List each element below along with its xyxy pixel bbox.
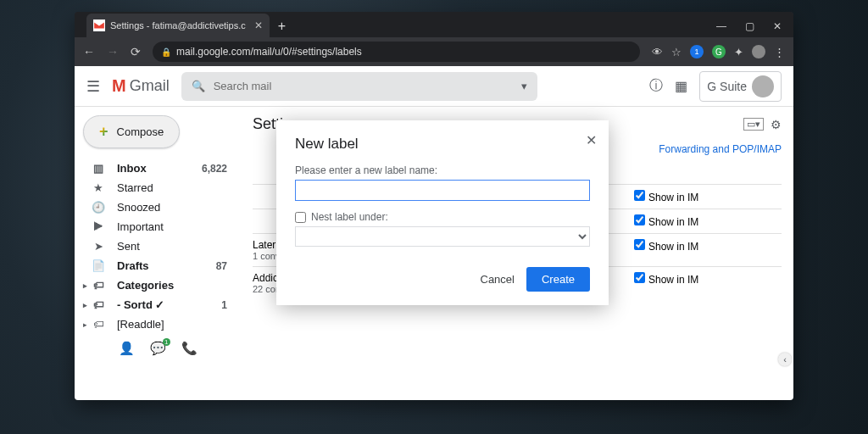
show-in-im-label: Show in IM (648, 274, 698, 286)
tag-icon: 🏷 (92, 318, 105, 331)
nest-label: Nest label under: (311, 211, 388, 223)
minimize-icon[interactable]: ― (716, 20, 726, 32)
new-label-dialog: ✕ New label Please enter a new label nam… (276, 120, 609, 305)
address-bar: ← → ⟳ 🔒 mail.google.com/mail/u/0/#settin… (75, 37, 793, 66)
cancel-button[interactable]: Cancel (481, 273, 515, 286)
gear-icon[interactable]: ⚙ (771, 118, 782, 131)
extension-badge-g[interactable]: G (712, 45, 726, 58)
forward-icon[interactable]: → (107, 45, 119, 58)
sidebar-item-count: 6,822 (202, 163, 227, 175)
browser-tab[interactable]: Settings - fatima@addictivetips.c ✕ (86, 14, 270, 37)
gsuite-label: G Suite (707, 80, 747, 93)
sent-icon: ➤ (92, 240, 105, 253)
sidebar-item-snoozed[interactable]: 🕘Snoozed (80, 198, 236, 217)
search-icon: 🔍 (192, 80, 205, 92)
dialog-close-icon[interactable]: ✕ (586, 132, 597, 148)
sidebar-item--sortd-[interactable]: ▸🏷- Sortd ✓1 (80, 295, 236, 314)
contacts-icon[interactable]: 👤 (119, 341, 135, 356)
kebab-icon[interactable]: ⋮ (774, 46, 785, 58)
show-in-im-checkbox[interactable] (634, 239, 645, 250)
tag-icon: 🏷 (92, 279, 105, 292)
show-in-im-label: Show in IM (648, 241, 698, 253)
search-input[interactable] (214, 80, 513, 92)
product-name: Gmail (130, 77, 170, 95)
sidebar-item--readdle-[interactable]: ▸🏷[Readdle] (80, 314, 236, 334)
drafts-icon: 📄 (92, 259, 105, 272)
titlebar: Settings - fatima@addictivetips.c ✕ + ― … (75, 12, 793, 37)
window-controls: ― ▢ ✕ (716, 20, 793, 37)
close-window-icon[interactable]: ✕ (773, 20, 782, 32)
sidebar-item-label: Drafts (117, 259, 149, 272)
browser-window: Settings - fatima@addictivetips.c ✕ + ― … (75, 12, 793, 400)
compose-button[interactable]: + Compose (83, 115, 180, 148)
sidebar-item-label: Sent (117, 240, 140, 253)
nest-parent-select[interactable] (295, 226, 590, 247)
url-field[interactable]: 🔒 mail.google.com/mail/u/0/#settings/lab… (153, 42, 640, 62)
sidebar-item-drafts[interactable]: 📄Drafts87 (80, 256, 236, 275)
extension-badge-1[interactable]: 1 (690, 45, 704, 58)
sidebar-item-count: 87 (216, 260, 227, 272)
apps-grid-icon[interactable]: ▦ (675, 78, 687, 94)
back-icon[interactable]: ← (83, 45, 95, 58)
app-content: ☰ M Gmail 🔍 ▾ ⓘ ▦ G Suite (75, 66, 793, 400)
url-text: mail.google.com/mail/u/0/#settings/label… (176, 46, 362, 58)
tab-forwarding[interactable]: Forwarding and POP/IMAP (659, 143, 782, 155)
gmail-header: ☰ M Gmail 🔍 ▾ ⓘ ▦ G Suite (75, 66, 793, 107)
tab-close-icon[interactable]: ✕ (254, 19, 263, 31)
chat-icon[interactable]: 💬1 (150, 341, 166, 356)
sidebar-item-label: Snoozed (117, 201, 160, 214)
phone-icon[interactable]: 📞 (181, 341, 198, 356)
lock-icon: 🔒 (161, 47, 171, 57)
sidebar-item-label: Categories (117, 279, 174, 292)
sidebar-item-count: 1 (221, 299, 227, 311)
sidebar: + Compose ▥Inbox6,822★Starred🕘Snoozed⯈Im… (75, 107, 241, 371)
eye-icon[interactable]: 👁 (652, 46, 663, 58)
sidebar-item-label: - Sortd ✓ (117, 298, 165, 311)
sidebar-item-inbox[interactable]: ▥Inbox6,822 (80, 159, 236, 178)
label-name-input[interactable] (295, 180, 590, 201)
search-dropdown-icon[interactable]: ▾ (521, 80, 527, 92)
show-in-im-checkbox[interactable] (634, 214, 645, 225)
dialog-prompt: Please enter a new label name: (295, 164, 590, 176)
show-in-im-label: Show in IM (648, 192, 698, 203)
sidebar-item-important[interactable]: ⯈Important (80, 217, 236, 236)
inbox-icon: ▥ (92, 162, 105, 175)
profile-avatar[interactable] (752, 75, 774, 97)
tag-icon: 🏷 (92, 298, 105, 311)
tab-title: Settings - fatima@addictivetips.c (110, 20, 246, 31)
gmail-favicon (93, 19, 105, 31)
dialog-title: New label (295, 136, 590, 153)
maximize-icon[interactable]: ▢ (745, 20, 754, 32)
create-button[interactable]: Create (526, 267, 590, 292)
profile-avatar-small[interactable] (752, 45, 765, 58)
caret-icon: ▸ (83, 281, 87, 290)
star-icon[interactable]: ☆ (671, 46, 682, 58)
important-icon: ⯈ (92, 220, 105, 233)
extensions-icon[interactable]: ✦ (734, 46, 743, 58)
sidebar-item-label: Starred (117, 181, 153, 194)
compose-label: Compose (117, 125, 164, 138)
search-box[interactable]: 🔍 ▾ (181, 72, 537, 101)
sidebar-item-categories[interactable]: ▸🏷Categories (80, 275, 236, 295)
caret-icon: ▸ (83, 301, 87, 309)
nest-checkbox[interactable] (295, 212, 306, 223)
show-in-im-checkbox[interactable] (634, 190, 645, 201)
side-panel-toggle-icon[interactable]: ‹ (778, 353, 792, 366)
help-icon[interactable]: ⓘ (649, 77, 663, 95)
sidebar-item-label: [Readdle] (117, 318, 164, 331)
gsuite-badge[interactable]: G Suite (699, 71, 782, 102)
sidebar-item-label: Important (117, 220, 164, 233)
caret-icon: ▸ (83, 320, 87, 329)
reload-icon[interactable]: ⟳ (131, 45, 141, 58)
input-tools-icon[interactable]: ▭▾ (743, 118, 764, 131)
sidebar-item-starred[interactable]: ★Starred (80, 178, 236, 198)
plus-icon: + (99, 123, 108, 141)
sidebar-item-sent[interactable]: ➤Sent (80, 236, 236, 256)
clock-icon: 🕘 (92, 201, 105, 214)
show-in-im-checkbox[interactable] (634, 272, 645, 283)
show-in-im-label: Show in IM (648, 216, 698, 228)
gmail-logo: M Gmail (112, 76, 170, 96)
hamburger-icon[interactable]: ☰ (86, 77, 100, 96)
new-tab-button[interactable]: + (278, 19, 286, 34)
star-icon: ★ (92, 181, 105, 194)
